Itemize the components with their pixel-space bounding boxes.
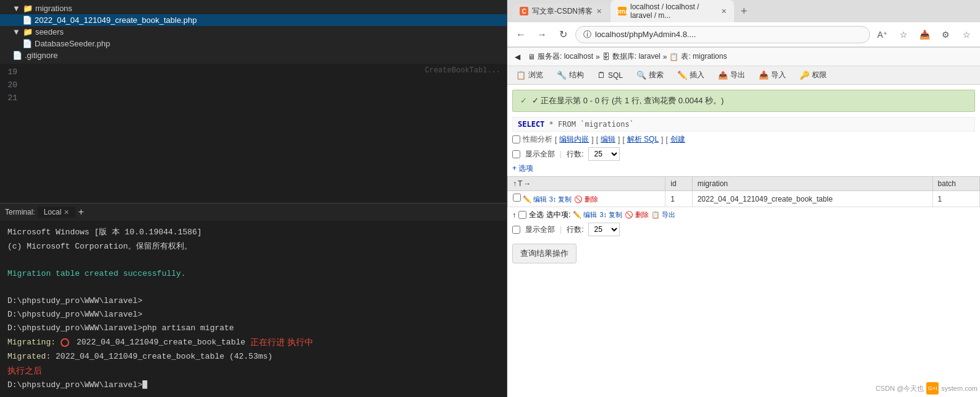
- plus-options[interactable]: + 选项: [512, 163, 975, 174]
- browser-tab-csdn[interactable]: C 写文章-CSDN博客 ✕: [512, 4, 609, 19]
- read-mode-button[interactable]: A⁺: [874, 26, 891, 43]
- footer-export-link[interactable]: 📋 导出: [651, 210, 675, 220]
- edit-link[interactable]: 编辑: [601, 134, 615, 145]
- csdn-watermark: CSDN @今天也 G×I system.com: [876, 382, 978, 395]
- annotation-executing: 正在行进 执行中: [250, 335, 313, 350]
- nav-import[interactable]: 📥 导入: [753, 66, 792, 84]
- tree-item-migration-file[interactable]: 📄 2022_04_04_121049_create_book_table.ph…: [0, 14, 507, 26]
- nav-export-label: 导出: [730, 70, 745, 80]
- th-batch[interactable]: batch: [932, 177, 979, 191]
- nav-sql[interactable]: 🗒 SQL: [591, 66, 629, 84]
- nav-browse-label: 浏览: [528, 70, 543, 80]
- system-com: system.com: [941, 385, 978, 392]
- pma-collapse-btn[interactable]: ◀: [515, 53, 520, 61]
- settings-icon[interactable]: ⚙: [937, 26, 954, 43]
- terminal-migrated-label: Migrated:: [7, 352, 51, 361]
- delete-row-link[interactable]: 🚫 删除: [574, 195, 598, 203]
- terminal-line: D:\phpstudy_pro\WWW\laravel>: [7, 294, 499, 308]
- code-watermark: CreateBookTabl...: [425, 66, 501, 75]
- pma-tab-close[interactable]: ✕: [721, 7, 727, 15]
- show-all-checkbox[interactable]: [512, 150, 520, 158]
- expand-icon: ▼: [12, 27, 20, 36]
- tree-item-gitignore[interactable]: 📄 .gitignore: [0, 49, 507, 61]
- nav-export[interactable]: 📤 导出: [712, 66, 751, 84]
- row-count-label2: 行数:: [567, 224, 583, 235]
- performance-checkbox[interactable]: [512, 135, 520, 143]
- footer-edit-link[interactable]: ✏️ 编辑: [573, 210, 597, 220]
- csdn-tab-close[interactable]: ✕: [596, 7, 602, 15]
- tree-item-migrations[interactable]: ▼ 📁 migrations: [0, 2, 507, 14]
- tree-item-seeder-file[interactable]: 📄 DatabaseSeeder.php: [0, 38, 507, 49]
- tree-item-label: 2022_04_04_121049_create_book_table.php: [35, 15, 196, 25]
- code-area: 19 20 21 CreateBookTabl...: [0, 64, 507, 203]
- csdn-tab-label: 写文章-CSDN博客: [532, 6, 593, 17]
- terminal-close-icon[interactable]: ✕: [64, 208, 69, 216]
- footer-select-all-checkbox[interactable]: [518, 211, 526, 219]
- footer-copy-link[interactable]: 3↕ 复制: [599, 210, 622, 220]
- nav-search[interactable]: 🔍 搜索: [630, 66, 670, 84]
- tree-item-seeders[interactable]: ▼ 📁 seeders: [0, 26, 507, 38]
- back-button[interactable]: ←: [512, 26, 530, 43]
- terminal-tab-local[interactable]: Local ✕: [38, 207, 76, 218]
- nav-privileges[interactable]: 🔑 权限: [793, 66, 833, 84]
- pma-footer-toolbar: 显示全部 | 行数: 25 50 100: [512, 223, 975, 236]
- terminal-line: D:\phpstudy_pro\WWW\laravel>php artisan …: [7, 322, 499, 335]
- th-migration[interactable]: migration: [692, 177, 932, 191]
- tree-item-label: seeders: [35, 27, 64, 36]
- collections-icon[interactable]: 📥: [916, 26, 933, 43]
- folder-icon: 📁: [23, 27, 33, 36]
- table-header-row: ↑ T → id migration batch: [508, 177, 980, 191]
- row-count-select[interactable]: 25 50 100: [588, 147, 620, 161]
- nav-insert[interactable]: ✏️ 插入: [671, 66, 711, 84]
- row-count-select2[interactable]: 25 50 100: [588, 223, 620, 236]
- search-icon: 🔍: [636, 70, 646, 80]
- terminal-tab-bar: Terminal: Local ✕ +: [0, 203, 507, 221]
- footer-separator: |: [560, 225, 562, 234]
- th-actions: ↑ T →: [508, 177, 665, 191]
- reload-button[interactable]: ↻: [554, 26, 572, 43]
- structure-icon: 🔧: [557, 70, 567, 80]
- nav-browse[interactable]: 📋 浏览: [510, 66, 549, 84]
- show-all-checkbox2[interactable]: [512, 226, 520, 234]
- browser-tab-pma[interactable]: pma localhost / localhost / laravel / m.…: [610, 0, 734, 22]
- right-panel: C 写文章-CSDN博客 ✕ pma localhost / localhost…: [507, 0, 980, 397]
- show-all-label: 显示全部: [525, 149, 555, 160]
- footer-select-all-label: 全选: [529, 210, 544, 220]
- terminal-line: [7, 254, 499, 267]
- tree-item-label: .gitignore: [25, 51, 57, 60]
- edit-row-link[interactable]: ✏️ 编辑: [523, 195, 547, 203]
- nav-search-label: 搜索: [649, 70, 664, 80]
- footer-delete-link[interactable]: 🚫 删除: [625, 210, 649, 220]
- toolbar-separator: |: [560, 150, 562, 158]
- nav-sql-label: SQL: [608, 71, 623, 80]
- terminal-add-icon[interactable]: +: [78, 207, 83, 218]
- nav-structure[interactable]: 🔧 结构: [551, 66, 590, 84]
- favorite-icon[interactable]: ☆: [895, 26, 912, 43]
- extensions-icon[interactable]: ☆: [958, 26, 975, 43]
- bracket-close2: ]: [618, 135, 620, 144]
- table-icon: 📋: [669, 53, 678, 61]
- export-icon: 📤: [718, 70, 728, 80]
- import-icon: 📥: [759, 70, 769, 80]
- folder-icon: 📁: [23, 4, 33, 13]
- edit-inline-link[interactable]: 编辑内嵌: [559, 134, 589, 145]
- footer-selected-label: 选中项:: [546, 210, 570, 220]
- forward-button[interactable]: →: [533, 26, 551, 43]
- tree-item-label: DatabaseSeeder.php: [35, 39, 110, 48]
- th-id[interactable]: id: [665, 177, 692, 191]
- terminal-line: [7, 281, 499, 294]
- breadcrumb-server: 服务器: localhost: [538, 51, 593, 62]
- browser-chrome: C 写文章-CSDN博客 ✕ pma localhost / localhost…: [507, 0, 980, 48]
- row-checkbox[interactable]: [513, 194, 521, 202]
- terminal-migrating-label: Migrating:: [7, 336, 56, 349]
- query-ops-button[interactable]: 查询结果操作: [512, 244, 577, 263]
- address-bar[interactable]: ⓘ localhost/phpMyAdmin4.8....: [575, 26, 870, 43]
- pma-sql-display: SELECT * FROM `migrations`: [512, 117, 975, 132]
- terminal-content[interactable]: Microsoft Windows [版 本 10.0.19044.1586] …: [0, 221, 507, 397]
- create-link[interactable]: 创建: [670, 134, 685, 145]
- new-tab-button[interactable]: +: [735, 2, 753, 20]
- copy-row-link[interactable]: 3↕ 复制: [549, 195, 572, 203]
- terminal-line: Microsoft Windows [版 本 10.0.19044.1586]: [7, 226, 499, 239]
- breadcrumb-db: 数据库: laravel: [612, 51, 661, 62]
- parse-sql-link[interactable]: 解析 SQL: [627, 134, 659, 145]
